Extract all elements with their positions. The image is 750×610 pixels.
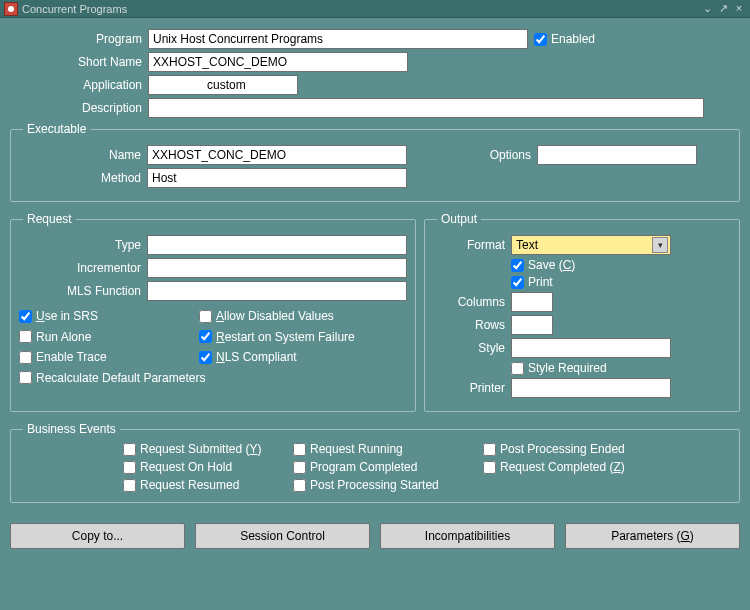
- app-icon: [4, 2, 18, 16]
- program-label: Program: [10, 32, 148, 46]
- incrementor-label: Incrementor: [19, 261, 147, 275]
- req-submitted-checkbox[interactable]: Request Submitted (Y): [123, 442, 281, 456]
- button-bar: Copy to... Session Control Incompatibili…: [0, 515, 750, 555]
- short-name-field[interactable]: [148, 52, 408, 72]
- style-field[interactable]: [511, 338, 671, 358]
- chevron-down-icon: ▾: [652, 237, 668, 253]
- executable-legend: Executable: [23, 122, 90, 136]
- exec-method-field[interactable]: [147, 168, 407, 188]
- short-name-label: Short Name: [10, 55, 148, 69]
- req-resumed-checkbox[interactable]: Request Resumed: [123, 478, 281, 492]
- post-proc-started-checkbox[interactable]: Post Processing Started: [293, 478, 471, 492]
- exec-options-field[interactable]: [537, 145, 697, 165]
- run-alone-checkbox[interactable]: Run Alone: [19, 330, 91, 344]
- mls-field[interactable]: [147, 281, 407, 301]
- recalc-checkbox[interactable]: Recalculate Default Parameters: [19, 371, 205, 385]
- type-label: Type: [19, 238, 147, 252]
- exec-options-label: Options: [407, 148, 537, 162]
- business-events-legend: Business Events: [23, 422, 120, 436]
- window-title: Concurrent Programs: [22, 3, 127, 15]
- exec-method-label: Method: [19, 171, 147, 185]
- nls-checkbox[interactable]: NLS Compliant: [199, 350, 297, 364]
- type-field[interactable]: [147, 235, 407, 255]
- req-completed-checkbox[interactable]: Request Completed (Z): [483, 460, 691, 474]
- restart-checkbox[interactable]: Restart on System Failure: [199, 330, 355, 344]
- titlebar: Concurrent Programs ⌄ ↗ ×: [0, 0, 750, 18]
- description-field[interactable]: [148, 98, 704, 118]
- request-legend: Request: [23, 212, 76, 226]
- rows-label: Rows: [433, 318, 511, 332]
- format-label: Format: [433, 238, 511, 252]
- printer-field[interactable]: [511, 378, 671, 398]
- application-field[interactable]: [148, 75, 298, 95]
- style-label: Style: [433, 341, 511, 355]
- columns-field[interactable]: [511, 292, 553, 312]
- minimize-icon[interactable]: ⌄: [700, 2, 714, 16]
- allow-disabled-checkbox[interactable]: Allow Disabled Values: [199, 309, 334, 323]
- description-label: Description: [10, 101, 148, 115]
- application-label: Application: [10, 78, 148, 92]
- output-group: Output Format Text ▾ Save (C) Print Colu…: [424, 212, 740, 412]
- incompatibilities-button[interactable]: Incompatibilities: [380, 523, 555, 549]
- format-select[interactable]: Text ▾: [511, 235, 671, 255]
- business-events-group: Business Events Request Submitted (Y) Re…: [10, 422, 740, 503]
- session-control-button[interactable]: Session Control: [195, 523, 370, 549]
- exec-name-label: Name: [19, 148, 147, 162]
- request-group: Request Type Incrementor MLS Function Us…: [10, 212, 416, 412]
- copy-to-button[interactable]: Copy to...: [10, 523, 185, 549]
- maximize-icon[interactable]: ↗: [716, 2, 730, 16]
- rows-field[interactable]: [511, 315, 553, 335]
- save-checkbox[interactable]: Save (C): [511, 258, 575, 272]
- post-proc-ended-checkbox[interactable]: Post Processing Ended: [483, 442, 691, 456]
- use-in-srs-checkbox[interactable]: Use in SRS: [19, 309, 98, 323]
- incrementor-field[interactable]: [147, 258, 407, 278]
- enabled-checkbox[interactable]: Enabled: [534, 32, 595, 46]
- executable-group: Executable Name Options Method: [10, 122, 740, 202]
- output-legend: Output: [437, 212, 481, 226]
- req-running-checkbox[interactable]: Request Running: [293, 442, 471, 456]
- style-required-checkbox[interactable]: Style Required: [511, 361, 607, 375]
- columns-label: Columns: [433, 295, 511, 309]
- print-checkbox[interactable]: Print: [511, 275, 553, 289]
- printer-label: Printer: [433, 381, 511, 395]
- exec-name-field[interactable]: [147, 145, 407, 165]
- mls-label: MLS Function: [19, 284, 147, 298]
- close-icon[interactable]: ×: [732, 2, 746, 16]
- enable-trace-checkbox[interactable]: Enable Trace: [19, 350, 107, 364]
- prog-completed-checkbox[interactable]: Program Completed: [293, 460, 471, 474]
- program-field[interactable]: [148, 29, 528, 49]
- parameters-button[interactable]: Parameters (G): [565, 523, 740, 549]
- req-on-hold-checkbox[interactable]: Request On Hold: [123, 460, 281, 474]
